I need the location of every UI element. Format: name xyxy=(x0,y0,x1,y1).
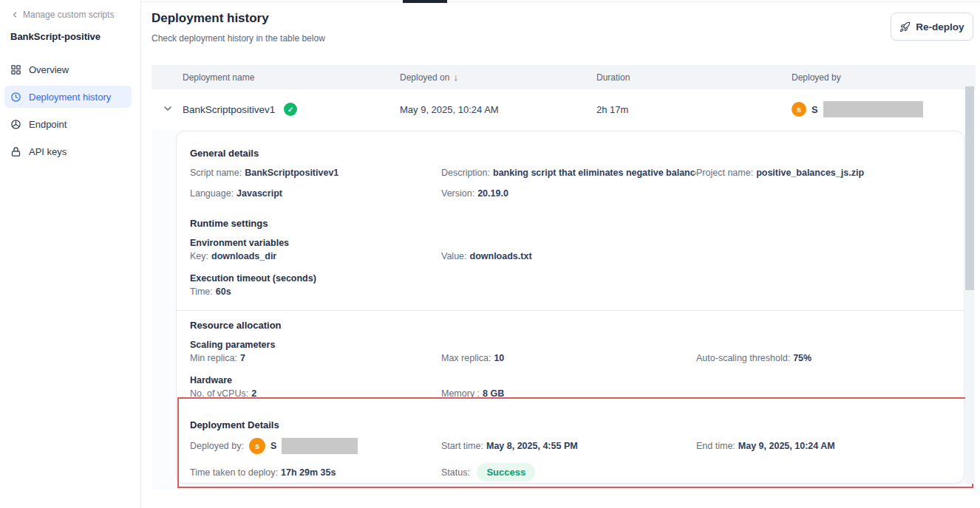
field-timeout-time: Time:60s xyxy=(190,286,441,297)
section-title-resource-allocation: Resource allocation xyxy=(190,320,950,331)
field-env-value: Value:downloads.txt xyxy=(441,251,696,261)
history-clock-icon xyxy=(10,92,21,103)
subsection-environment-variables: Environment variables xyxy=(190,238,950,248)
deployment-detail-card: General details Script name:BankScriptpo… xyxy=(176,131,964,484)
redeploy-button[interactable]: Re-deploy xyxy=(891,13,973,41)
page-subtitle: Check deployment history in the table be… xyxy=(152,33,325,44)
grid-icon xyxy=(10,64,21,75)
duration-cell: 2h 17m xyxy=(596,104,792,115)
section-title-general-details: General details xyxy=(190,148,950,159)
sidebar-item-label: Endpoint xyxy=(29,119,67,130)
rocket-icon xyxy=(899,21,911,32)
field-language: Language:Javascript xyxy=(190,188,441,199)
field-description: Description:banking script that eliminat… xyxy=(441,168,696,178)
field-autoscaling-threshold: Auto-scaling threshold:75% xyxy=(696,353,950,363)
user-avatar: s xyxy=(792,102,806,117)
page-title: Deployment history xyxy=(152,11,269,26)
chevron-left-icon xyxy=(10,10,19,19)
row-expand-chevron-icon[interactable] xyxy=(162,103,174,114)
field-script-name: Script name:BankScriptpositivev1 xyxy=(190,168,441,178)
subsection-hardware: Hardware xyxy=(190,375,950,385)
column-header-deployed-by: Deployed by xyxy=(792,72,976,83)
field-deployed-by: Deployed by: s S xyxy=(190,438,441,454)
subsection-scaling-parameters: Scaling parameters xyxy=(190,340,950,350)
field-vcpus: No. of vCPUs:2 xyxy=(190,388,441,399)
sidebar-nav: Overview Deployment history Endpoint API… xyxy=(10,58,132,162)
field-memory: Memory :8 GB xyxy=(441,388,696,399)
subsection-execution-timeout: Execution timeout (seconds) xyxy=(190,273,950,284)
field-status: Status: Success xyxy=(441,463,696,481)
redacted-username xyxy=(823,101,923,117)
column-header-deployed-on[interactable]: Deployed on ↓ xyxy=(400,72,596,83)
deployment-table: Deployment name Deployed on ↓ Duration D… xyxy=(152,65,976,129)
field-start-time: Start time:May 8, 2025, 4:55 PM xyxy=(441,441,696,451)
deployed-by-initial: S xyxy=(270,441,276,451)
section-divider xyxy=(177,310,964,311)
deployment-name-cell: BankScriptpositivev1 ✓ xyxy=(183,103,400,116)
vertical-scrollbar-track[interactable] xyxy=(965,86,974,484)
success-check-icon: ✓ xyxy=(284,103,297,116)
column-header-deployment-name: Deployment name xyxy=(183,72,400,83)
sidebar-item-endpoint[interactable]: Endpoint xyxy=(4,113,132,135)
sidebar-item-deployment-history[interactable]: Deployment history xyxy=(4,86,132,108)
field-min-replica: Min replica:7 xyxy=(190,353,441,363)
table-header-row: Deployment name Deployed on ↓ Duration D… xyxy=(152,65,976,89)
field-time-taken: Time taken to deploy:17h 29m 35s xyxy=(190,467,441,478)
script-title: BankScript-positive xyxy=(10,31,132,42)
content-top-hairline xyxy=(141,1,980,2)
field-env-key: Key:downloads_dir xyxy=(190,251,441,261)
lock-icon xyxy=(10,146,21,157)
sidebar-item-label: Overview xyxy=(29,64,69,75)
deployed-on-cell: May 9, 2025, 10:24 AM xyxy=(400,104,596,115)
endpoint-hub-icon xyxy=(10,119,21,130)
sort-descending-icon[interactable]: ↓ xyxy=(453,72,458,83)
deployed-by-cell: s S xyxy=(792,101,976,117)
field-max-replica: Max replica:10 xyxy=(441,353,696,363)
field-version: Version:20.19.0 xyxy=(441,188,696,199)
vertical-scrollbar-thumb[interactable] xyxy=(965,86,974,290)
field-project-name: Project name:positive_balances_js.zip xyxy=(696,168,950,178)
top-accent-bar xyxy=(403,0,447,3)
sidebar-item-label: Deployment history xyxy=(29,92,111,103)
back-link-label: Manage custom scripts xyxy=(23,10,114,20)
back-link-manage-custom-scripts[interactable]: Manage custom scripts xyxy=(10,10,132,20)
sidebar: Manage custom scripts BankScript-positiv… xyxy=(0,0,141,508)
column-header-duration: Duration xyxy=(596,72,792,83)
sidebar-item-api-keys[interactable]: API keys xyxy=(4,140,132,162)
field-end-time: End time:May 9, 2025, 10:24 AM xyxy=(696,441,950,451)
status-badge-success: Success xyxy=(477,463,535,481)
redacted-username xyxy=(282,438,358,454)
sidebar-item-overview[interactable]: Overview xyxy=(4,58,132,80)
section-title-deployment-details: Deployment Details xyxy=(190,419,950,430)
section-title-runtime-settings: Runtime settings xyxy=(190,218,950,229)
user-avatar: s xyxy=(249,438,265,454)
table-row[interactable]: BankScriptpositivev1 ✓ May 9, 2025, 10:2… xyxy=(152,89,976,129)
redeploy-button-label: Re-deploy xyxy=(916,21,964,32)
deployed-by-initial: S xyxy=(811,104,818,115)
sidebar-item-label: API keys xyxy=(29,146,67,157)
